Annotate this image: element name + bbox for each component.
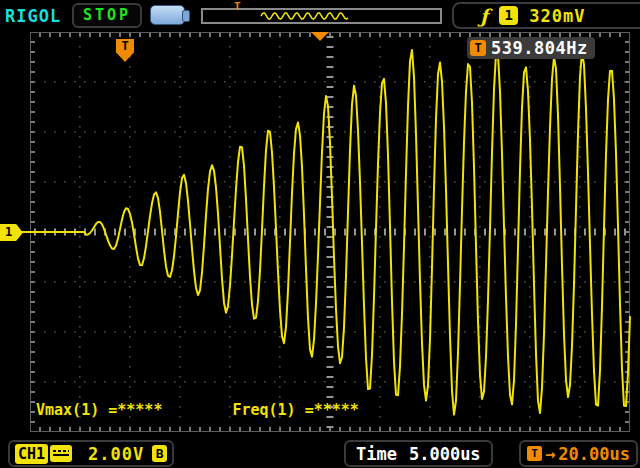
ch1-vertical-scale: 2.00V — [88, 444, 144, 464]
bottom-status-bar: CH1 2.00V B Time 5.000us T → 20.00us — [0, 432, 640, 468]
trigger-level-value: 320mV — [529, 6, 585, 26]
trigger-icon: T — [527, 446, 542, 461]
coupling-dash-line — [53, 450, 69, 452]
usb-storage-icon — [150, 5, 185, 25]
ch1-waveform — [30, 32, 630, 432]
timebase-value: 5.000us — [409, 444, 481, 464]
timebase-readout: Time 5.000us — [344, 440, 493, 467]
measurement-vmax: Vmax(1) =***** — [36, 401, 162, 419]
falling-edge-trigger-icon: ƒ — [480, 6, 488, 26]
ch1-label: CH1 — [15, 444, 48, 464]
coupling-solid-line — [53, 454, 69, 456]
trigger-source-badge: 1 — [499, 6, 518, 25]
trigger-delay-value: 20.00us — [558, 444, 630, 464]
usb-plug-nub — [182, 10, 190, 22]
memory-waveform-bar: T — [201, 8, 442, 24]
trigger-center-marker-icon — [311, 32, 329, 41]
trigger-position-marker: T — [234, 0, 241, 13]
timebase-label: Time — [356, 444, 397, 464]
oscilloscope-display: RIGOL STOP T ƒ 1 320mV T T 539.804Hz Vma… — [0, 0, 640, 468]
top-status-bar: RIGOL STOP T ƒ 1 320mV — [0, 0, 640, 31]
trigger-settings-readout: ƒ 1 320mV — [452, 2, 640, 29]
ch1-settings-readout: CH1 2.00V B — [8, 440, 174, 467]
bandwidth-limit-badge: B — [152, 445, 167, 462]
trigger-delay-readout: T → 20.00us — [519, 440, 638, 467]
trigger-flag-label: T — [121, 39, 128, 53]
brand-logo: RIGOL — [5, 6, 61, 26]
delay-arrow-icon: → — [545, 444, 555, 464]
frequency-counter-value: 539.804Hz — [491, 38, 588, 58]
trigger-icon: T — [470, 40, 486, 56]
ch1-ground-level-marker: 1 — [0, 224, 23, 241]
measurement-freq: Freq(1) =***** — [232, 401, 358, 419]
graticule-area: T T 539.804Hz Vmax(1) =***** Freq(1) =**… — [30, 32, 630, 432]
run-status-badge: STOP — [72, 3, 142, 28]
memory-waveform-icon — [261, 11, 349, 21]
dc-coupling-icon — [50, 445, 72, 462]
measurement-readouts: Vmax(1) =***** Freq(1) =***** — [36, 401, 359, 419]
frequency-counter: T 539.804Hz — [467, 37, 595, 59]
